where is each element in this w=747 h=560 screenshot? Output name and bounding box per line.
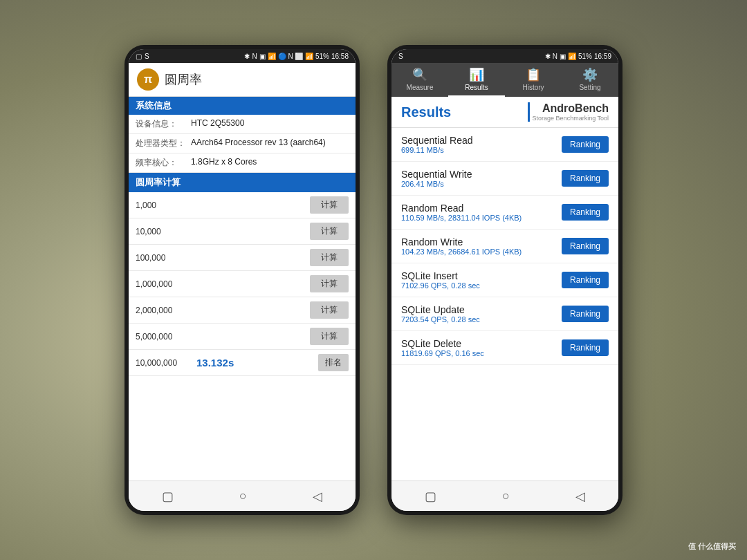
device-label: 设备信息： bbox=[136, 118, 191, 130]
device-value: HTC 2Q55300 bbox=[191, 118, 244, 130]
calc-num-10k: 10,000 bbox=[136, 227, 191, 236]
ranking-btn-sqlite-delete[interactable]: Ranking bbox=[562, 339, 609, 356]
calc-btn-100k[interactable]: 计算 bbox=[310, 249, 349, 266]
app1-content: π 圆周率 系统信息 设备信息： HTC 2Q55300 处理器类型： AArc… bbox=[129, 63, 356, 480]
phone1-battery: 🔵 N ⬜ 📶 51% bbox=[278, 53, 329, 60]
calc-btn-5m[interactable]: 计算 bbox=[310, 328, 349, 345]
calc-row-10k: 10,000 计算 bbox=[129, 218, 356, 245]
andro-logo-text: AndroBench bbox=[533, 102, 609, 115]
calc-num-2m: 2,000,000 bbox=[136, 306, 191, 315]
bench-item-left-rand-write: Random Write 104.23 MB/s, 26684.61 IOPS … bbox=[401, 236, 522, 256]
freq-value: 1.8GHz x 8 Cores bbox=[191, 157, 257, 169]
phone2-wifi-icon: 📶 bbox=[568, 53, 576, 60]
phone1-nav-back[interactable]: ▢ bbox=[162, 489, 174, 504]
pi-icon: π bbox=[137, 68, 159, 91]
bench-item-sqlite-delete: SQLite Delete 11819.69 QPS, 0.16 sec Ran… bbox=[391, 331, 618, 365]
bench-item-left-seq-read: Sequential Read 699.11 MB/s bbox=[401, 135, 473, 154]
bench-item-left-seq-write: Sequential Write 206.41 MB/s bbox=[401, 169, 472, 188]
ranking-btn-sqlite-update[interactable]: Ranking bbox=[562, 306, 609, 322]
info-row-freq: 频率核心： 1.8GHz x 8 Cores bbox=[129, 153, 356, 173]
bench-item-rand-read: Random Read 110.59 MB/s, 28311.04 IOPS (… bbox=[391, 196, 618, 230]
tab-measure[interactable]: 🔍 Measure bbox=[391, 63, 448, 97]
phone2-time: 16:59 bbox=[594, 53, 611, 60]
bench-value-sqlite-delete: 11819.69 QPS, 0.16 sec bbox=[401, 349, 484, 357]
bench-item-seq-read: Sequential Read 699.11 MB/s Ranking bbox=[391, 128, 618, 162]
phone2: S ✱ N ▣ 📶 51% 16:59 🔍 Measure bbox=[387, 45, 622, 515]
phone2-inner: S ✱ N ▣ 📶 51% 16:59 🔍 Measure bbox=[391, 49, 618, 511]
info-row-cpu: 处理器类型： AArch64 Processor rev 13 (aarch64… bbox=[129, 134, 356, 153]
bench-name-rand-write: Random Write bbox=[401, 236, 522, 248]
info-table: 设备信息： HTC 2Q55300 处理器类型： AArch64 Process… bbox=[129, 115, 356, 173]
cpu-label: 处理器类型： bbox=[136, 138, 191, 149]
bench-name-sqlite-delete: SQLite Delete bbox=[401, 338, 484, 349]
ranking-btn-seq-read[interactable]: Ranking bbox=[562, 136, 609, 153]
calc-btn-2m[interactable]: 计算 bbox=[310, 301, 349, 319]
bench-value-rand-write: 104.23 MB/s, 26684.61 IOPS (4KB) bbox=[401, 248, 522, 256]
phone2-nav-home[interactable]: ○ bbox=[502, 489, 510, 503]
phone1-inner: ▢ S ✱ N ▣ 📶 🔵 N ⬜ 📶 51% 16:58 π 圆周率 bbox=[129, 49, 356, 511]
calc-num-5m: 5,000,000 bbox=[136, 332, 191, 342]
bench-name-sqlite-update: SQLite Update bbox=[401, 304, 480, 315]
bench-value-seq-read: 699.11 MB/s bbox=[401, 146, 473, 154]
tab-history[interactable]: 📋 History bbox=[505, 63, 562, 97]
phone2-nav-recent[interactable]: ◁ bbox=[575, 489, 585, 504]
phone2-signal-icon: ▣ bbox=[560, 53, 566, 60]
ranking-btn-rand-read[interactable]: Ranking bbox=[562, 204, 609, 221]
bench-item-left-rand-read: Random Read 110.59 MB/s, 28311.04 IOPS (… bbox=[401, 203, 522, 222]
app1-header: π 圆周率 bbox=[129, 63, 356, 97]
calc-row-5m: 5,000,000 计算 bbox=[129, 324, 356, 350]
bench-item-sqlite-insert: SQLite Insert 7102.96 QPS, 0.28 sec Rank… bbox=[391, 263, 618, 297]
andro-logo-sub: Storage Benchmarking Tool bbox=[533, 115, 609, 122]
freq-label: 频率核心： bbox=[136, 157, 191, 169]
phone2-status-right: ✱ N ▣ 📶 51% 16:59 bbox=[545, 53, 611, 60]
calc-btn-1k[interactable]: 计算 bbox=[310, 196, 349, 214]
phone1-nav-home[interactable]: ○ bbox=[239, 489, 247, 503]
andro-tabs: 🔍 Measure 📊 Results 📋 History ⚙️ Setting bbox=[391, 63, 618, 97]
rank-btn-10m[interactable]: 排名 bbox=[318, 354, 349, 371]
bench-item-left-sqlite-insert: SQLite Insert 7102.96 QPS, 0.28 sec bbox=[401, 270, 480, 290]
phone1-nav-recent[interactable]: ◁ bbox=[313, 489, 322, 504]
bench-item-rand-write: Random Write 104.23 MB/s, 26684.61 IOPS … bbox=[391, 230, 618, 263]
calc-row-1m: 1,000,000 计算 bbox=[129, 271, 356, 297]
phone1-bt-icon: ✱ bbox=[244, 53, 250, 60]
calc-btn-10k[interactable]: 计算 bbox=[310, 223, 349, 240]
andro-logo: AndroBench Storage Benchmarking Tool bbox=[528, 102, 609, 122]
phone2-bottom-nav: ▢ ○ ◁ bbox=[391, 480, 618, 511]
phone1-n-icon: N bbox=[252, 53, 257, 60]
bench-value-sqlite-insert: 7102.96 QPS, 0.28 sec bbox=[401, 281, 480, 290]
andro-logo-bar bbox=[528, 102, 530, 122]
ranking-btn-seq-write[interactable]: Ranking bbox=[562, 170, 609, 187]
calc-row-1k: 1,000 计算 bbox=[129, 192, 356, 218]
ranking-btn-rand-write[interactable]: Ranking bbox=[562, 238, 609, 254]
phone2-s-icon: S bbox=[398, 53, 403, 60]
phone1-status-right: ✱ N ▣ 📶 🔵 N ⬜ 📶 51% 16:58 bbox=[244, 53, 349, 60]
app2-content: 🔍 Measure 📊 Results 📋 History ⚙️ Setting bbox=[391, 63, 618, 480]
bench-list: Sequential Read 699.11 MB/s Ranking Sequ… bbox=[391, 128, 618, 480]
bench-item-seq-write: Sequential Write 206.41 MB/s Ranking bbox=[391, 162, 618, 196]
phone2-status-left: S bbox=[398, 53, 403, 60]
calc-btn-1m[interactable]: 计算 bbox=[310, 275, 349, 292]
phone2-nav-back[interactable]: ▢ bbox=[425, 489, 436, 504]
ranking-btn-sqlite-insert[interactable]: Ranking bbox=[562, 272, 609, 288]
tab-setting[interactable]: ⚙️ Setting bbox=[562, 63, 618, 97]
results-title: Results bbox=[401, 104, 451, 120]
phone1-square-icon: ▢ bbox=[136, 53, 142, 60]
tab-results[interactable]: 📊 Results bbox=[448, 63, 505, 97]
bench-value-sqlite-update: 7203.54 QPS, 0.28 sec bbox=[401, 315, 480, 324]
cpu-value: AArch64 Processor rev 13 (aarch64) bbox=[191, 138, 326, 149]
bench-item-sqlite-update: SQLite Update 7203.54 QPS, 0.28 sec Rank… bbox=[391, 297, 618, 331]
calc-rows: 1,000 计算 10,000 计算 100,000 计算 bbox=[129, 192, 356, 480]
results-icon: 📊 bbox=[469, 67, 484, 82]
phone1-status-left: ▢ S bbox=[136, 53, 149, 60]
phone2-battery: 51% bbox=[578, 53, 592, 60]
measure-icon: 🔍 bbox=[412, 67, 427, 82]
phone2-bt-icon: ✱ bbox=[545, 53, 551, 60]
tab-history-label: History bbox=[522, 84, 544, 91]
history-icon: 📋 bbox=[526, 67, 541, 82]
tab-results-label: Results bbox=[465, 84, 488, 91]
results-header: Results AndroBench Storage Benchmarking … bbox=[391, 97, 618, 128]
phone1-s-icon: S bbox=[145, 53, 149, 60]
tab-measure-label: Measure bbox=[407, 84, 434, 91]
phone1-wifi-icon: 📶 bbox=[268, 53, 276, 60]
calc-result-10m: 13.132s bbox=[196, 357, 313, 368]
